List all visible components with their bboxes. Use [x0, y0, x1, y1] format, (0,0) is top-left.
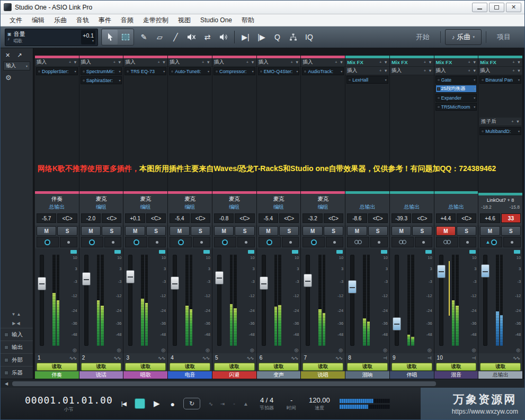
- meter-mode-button[interactable]: [381, 250, 387, 254]
- bank-item-1[interactable]: 输入: [1, 328, 33, 341]
- inserts-header[interactable]: 插入 + ▼: [257, 58, 301, 67]
- peak-reset-icon[interactable]: ◎: [339, 347, 343, 353]
- inserts-header[interactable]: 插入 + ▼: [390, 67, 434, 75]
- fader-cap[interactable]: [260, 276, 268, 290]
- peak-reset-icon[interactable]: ◎: [73, 347, 77, 353]
- pan-knob[interactable]: [89, 239, 95, 245]
- mute-button[interactable]: M: [37, 226, 56, 236]
- insert-slot[interactable]: Compressor:▾: [213, 67, 255, 75]
- channel-name[interactable]: 麦克: [214, 195, 255, 203]
- meter-mode-button[interactable]: [292, 250, 298, 254]
- plugin-toggle-icon[interactable]: [481, 130, 484, 133]
- fader-cap[interactable]: [304, 274, 312, 287]
- pan-value[interactable]: <C>: [279, 213, 299, 223]
- meter-mode-button[interactable]: [70, 250, 77, 254]
- pan-knob[interactable]: [266, 239, 272, 245]
- plugin-toggle-icon[interactable]: [260, 70, 263, 73]
- menu-item-2[interactable]: 编辑: [27, 15, 49, 26]
- horizontal-scrollbar[interactable]: ◀: [1, 379, 524, 388]
- fader-cap[interactable]: [481, 264, 490, 278]
- automation-wave-icon[interactable]: ∿∿: [247, 355, 254, 361]
- page-tab-3[interactable]: 项目: [491, 30, 517, 44]
- automation-read-button[interactable]: 读取: [436, 363, 477, 371]
- return-to-start-button[interactable]: |◀: [119, 400, 128, 407]
- meter-mode-button[interactable]: [469, 250, 476, 254]
- automation-wave-icon[interactable]: ∿∿: [513, 355, 520, 361]
- fader-track[interactable]: [217, 255, 221, 346]
- autoscroll-right-tool[interactable]: |▶: [254, 30, 269, 44]
- plugin-toggle-icon[interactable]: [437, 78, 440, 82]
- plus-icon[interactable]: +: [379, 68, 381, 73]
- channel-name[interactable]: [347, 195, 388, 203]
- channel-label[interactable]: 混响: [345, 371, 389, 379]
- mute-button[interactable]: M: [391, 226, 411, 236]
- channel-output-route[interactable]: 编组: [170, 203, 210, 211]
- meter-mode-button[interactable]: [248, 250, 254, 254]
- volume-value[interactable]: +0.1: [125, 213, 145, 223]
- volume-value[interactable]: -2.0: [81, 213, 101, 223]
- page-tab-2[interactable]: ♪乐曲▾: [445, 29, 482, 45]
- channel-name[interactable]: 麦克: [302, 195, 343, 203]
- channel-name[interactable]: 伴奏: [37, 195, 77, 203]
- collapse-icon[interactable]: ▼▲: [1, 310, 33, 319]
- automation-read-button[interactable]: 读取: [347, 363, 388, 371]
- plugin-toggle-icon[interactable]: [171, 70, 174, 73]
- channel-name[interactable]: [391, 195, 432, 203]
- menu-item-8[interactable]: 视图: [173, 15, 195, 26]
- chevron-down-icon[interactable]: ▼: [73, 60, 77, 65]
- fader-track[interactable]: [439, 255, 443, 346]
- automation-wave-icon[interactable]: ∿∿: [158, 355, 165, 361]
- fader-track[interactable]: [84, 255, 88, 346]
- preroll-button[interactable]: ∿: [207, 399, 215, 408]
- minimize-button[interactable]: [472, 3, 487, 12]
- mixfx-header[interactable]: Mix FX + ▼: [478, 58, 522, 67]
- tempo-display[interactable]: 120.00 速度: [306, 396, 333, 412]
- solo-button[interactable]: S: [279, 226, 299, 236]
- menu-item-9[interactable]: Studio One: [195, 15, 237, 25]
- channel-label[interactable]: 变声: [257, 371, 301, 379]
- bend-tool[interactable]: ⇄: [200, 30, 215, 44]
- pan-control[interactable]: [37, 237, 59, 247]
- volume-value[interactable]: -3.2: [302, 213, 322, 223]
- insert-slot[interactable]: DopplerSter:▾: [36, 67, 78, 75]
- mute-button[interactable]: M: [170, 226, 189, 236]
- volume-value[interactable]: +4.6: [480, 213, 500, 223]
- automation-read-button[interactable]: 读取: [259, 363, 299, 371]
- narrow-strips-icon[interactable]: ▶◀: [1, 319, 33, 328]
- scroll-left-icon[interactable]: ◀: [3, 381, 10, 386]
- quantize-tool[interactable]: Q: [270, 30, 285, 44]
- channel-output-route[interactable]: 总输出: [37, 203, 77, 211]
- pan-value[interactable]: <C>: [146, 213, 166, 223]
- channel-name[interactable]: 麦克: [125, 195, 166, 203]
- console-close-icon[interactable]: ✕: [5, 52, 10, 59]
- plus-icon[interactable]: +: [335, 60, 337, 65]
- plugin-toggle-icon[interactable]: [481, 78, 484, 82]
- chevron-down-icon[interactable]: ▼: [428, 68, 432, 73]
- mute-button[interactable]: M: [125, 226, 145, 236]
- channel-output-route[interactable]: 编组: [125, 203, 166, 211]
- volume-value[interactable]: -8.6: [347, 213, 367, 223]
- plugin-toggle-icon[interactable]: [82, 79, 85, 82]
- solo-button[interactable]: S: [102, 226, 121, 236]
- menu-item-5[interactable]: 事件: [94, 15, 116, 26]
- peak-reset-icon[interactable]: ◎: [250, 347, 254, 353]
- plus-icon[interactable]: +: [468, 60, 470, 65]
- chevron-down-icon[interactable]: ▼: [428, 60, 432, 65]
- insert-slot[interactable]: EMO-Q4Ster:▾: [258, 67, 300, 75]
- mute-button[interactable]: M: [302, 226, 322, 236]
- fader-track[interactable]: [262, 255, 266, 346]
- pan-control[interactable]: [436, 237, 458, 247]
- insert-slot[interactable]: SpectrumMir:▾: [81, 67, 122, 75]
- page-tab-1[interactable]: 开始: [410, 30, 436, 44]
- channel-label[interactable]: 混音: [434, 371, 478, 379]
- console-detach-icon[interactable]: ↗: [17, 52, 22, 59]
- fader-cap[interactable]: [38, 277, 46, 290]
- mixfx-header[interactable]: Mix FX + ▼: [390, 58, 434, 67]
- pan-control[interactable]: [391, 237, 414, 247]
- plugin-toggle-icon[interactable]: [304, 70, 307, 73]
- pan-control[interactable]: [81, 237, 103, 247]
- menu-item-3[interactable]: 乐曲: [49, 15, 72, 26]
- fader-track[interactable]: [350, 255, 354, 346]
- automation-wave-icon[interactable]: ∿∿: [202, 355, 209, 361]
- bank-item-4[interactable]: 乐器: [1, 366, 33, 379]
